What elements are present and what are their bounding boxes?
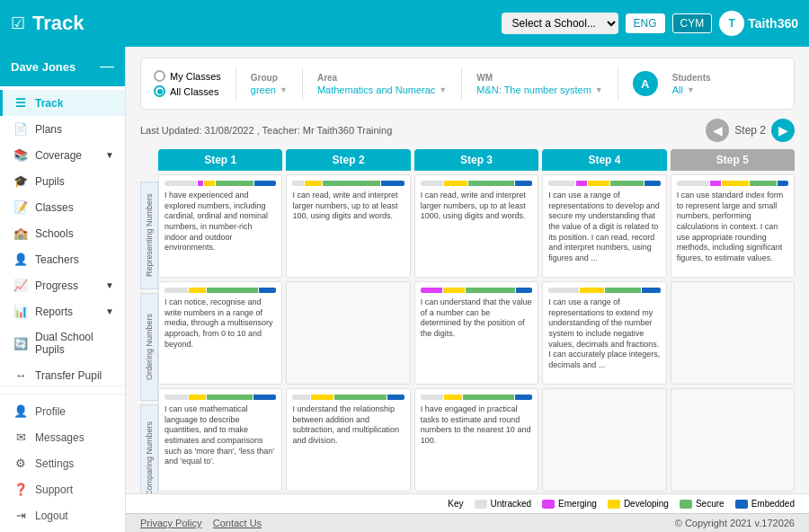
track-nav-icon: ☰ [13,96,28,110]
untracked-label: Untracked [491,499,532,509]
bar-secure [610,181,643,186]
sidebar-collapse-button[interactable]: — [100,58,114,75]
bar-developing [305,181,322,186]
my-classes-radio[interactable]: My Classes [154,70,221,82]
bar-emerging [421,288,442,293]
sidebar-item-support[interactable]: ❓ Support [0,476,125,502]
sidebar-item-label: Track [35,97,63,110]
cell-bar [164,181,276,186]
sidebar-item-reports[interactable]: 📊 Reports ▼ [0,298,125,324]
sidebar-item-transfer[interactable]: ↔ Transfer Pupil [0,362,125,386]
coverage-nav-icon: 📚 [13,148,28,162]
cell-r3-s5 [671,388,795,492]
sidebar-item-logout[interactable]: ⇥ Logout [0,502,125,528]
area-filter-value[interactable]: Mathematics and Numerac ▼ [317,84,447,95]
transfer-nav-icon: ↔ [13,368,28,382]
cell-bar [421,288,532,293]
sidebar-item-classes[interactable]: 📝 Classes [0,194,125,220]
sidebar-item-track[interactable]: ☰ Track [0,90,125,116]
bar-secure [605,288,641,293]
dual-school-nav-icon: 🔄 [13,337,28,350]
secure-label: Secure [696,499,725,509]
all-classes-radio[interactable]: All Classes [154,85,221,97]
bar-embedded [515,181,532,186]
filter-separator [302,67,303,100]
sidebar: Dave Jones — ☰ Track 📄 Plans 📚 Coverage … [0,47,126,532]
chevron-down-icon: ▼ [105,150,114,160]
contact-us-link[interactable]: Contact Us [213,518,262,528]
group-filter-value[interactable]: green ▼ [251,84,288,95]
sidebar-item-label: Profile [35,405,66,418]
school-select[interactable]: Select a School... [502,13,618,34]
cell-r2-s4: I can use a range of representations to … [542,281,666,385]
cell-text: I understand the relationship between ad… [292,404,399,445]
top-bar: ☑ Track Select a School... ENG CYM T Tai… [0,0,809,47]
step3-header: Step 3 [414,149,538,171]
filter-separator [461,67,462,100]
sidebar-item-plans[interactable]: 📄 Plans [0,116,125,142]
privacy-policy-link[interactable]: Privacy Policy [140,518,201,528]
wm-filter-value[interactable]: M&N: The number system ▼ [476,84,602,95]
students-filter: Students All ▼ [672,73,711,95]
sidebar-item-label: Plans [35,123,62,136]
sidebar-item-dual-school[interactable]: 🔄 Dual School Pupils [0,324,125,362]
sidebar-bottom: 👤 Profile ✉ Messages ⚙ Settings ❓ Suppor… [0,386,125,532]
cell-text: I can read, write and interpret larger n… [421,191,526,220]
bar-embedded [253,395,277,400]
track-grid: Representing Numbers Ordering Numbers Co… [140,149,795,493]
bar-developing [722,181,749,186]
cell-text: I can use mathematical language to descr… [164,404,274,466]
bar-developing [580,288,604,293]
sidebar-item-teachers[interactable]: 👤 Teachers [0,246,125,272]
key-secure: Secure [680,499,725,509]
sidebar-item-progress[interactable]: 📈 Progress ▼ [0,272,125,298]
sidebar-username: Dave Jones [11,60,76,74]
bar-untracked [292,395,309,400]
steps-header: Step 1 Step 2 Step 3 Step 4 Step 5 [158,149,795,171]
bar-embedded [778,181,788,186]
sidebar-item-schools[interactable]: 🏫 Schools [0,220,125,246]
bar-untracked [421,181,444,186]
cell-text: I can use a range of representations to … [548,297,660,369]
cell-text: I have experienced and explored numbers,… [164,191,268,252]
bar-untracked [292,181,304,186]
sidebar-item-pupils[interactable]: 🎓 Pupils [0,168,125,194]
bar-untracked [164,395,188,400]
key-bar: Key Untracked Emerging Developing Secure… [126,493,809,513]
cell-bar [292,181,404,186]
bar-embedded [516,288,532,293]
key-embedded: Embedded [735,499,795,509]
sidebar-nav: ☰ Track 📄 Plans 📚 Coverage ▼ 🎓 Pupils 📝 … [0,86,125,386]
cell-bar [292,395,404,400]
row-label-representing: Representing Numbers [140,182,158,289]
step-next-button[interactable]: ▶ [771,119,795,142]
bar-secure [463,395,515,400]
sidebar-item-settings[interactable]: ⚙ Settings [0,450,125,476]
cell-text: I can understand that the value of a num… [421,297,532,338]
sidebar-item-coverage[interactable]: 📚 Coverage ▼ [0,142,125,168]
messages-nav-icon: ✉ [13,430,28,444]
logout-nav-icon: ⇥ [13,509,28,522]
steps-container: Step 1 Step 2 Step 3 Step 4 Step 5 [158,149,795,493]
sidebar-item-label: Reports [35,306,73,318]
sidebar-item-messages[interactable]: ✉ Messages [0,424,125,450]
filter-separator [236,67,236,100]
bar-developing [204,181,215,186]
cell-r1-s1: I have experienced and explored numbers,… [158,174,282,278]
status-bar: Last Updated: 31/08/2022 , Teacher: Mr T… [140,119,795,142]
sidebar-item-profile[interactable]: 👤 Profile [0,398,125,424]
lang-eng-button[interactable]: ENG [626,13,665,33]
table-row: I can use mathematical language to descr… [158,388,795,492]
step2-header: Step 2 [286,149,410,171]
bar-untracked [677,181,709,186]
bar-embedded [254,181,276,186]
cell-text: I can use a range of representations to … [548,191,660,262]
lang-cym-button[interactable]: CYM [672,13,713,33]
cell-text: I can use standard index form to represe… [677,191,784,262]
progress-nav-icon: 📈 [13,279,28,292]
copyright-text: © Copyright 2021 v.172026 [675,518,795,528]
bar-secure [216,181,253,186]
students-filter-value[interactable]: All ▼ [672,84,711,95]
cell-bar [164,395,276,400]
step-prev-button[interactable]: ◀ [706,119,729,142]
